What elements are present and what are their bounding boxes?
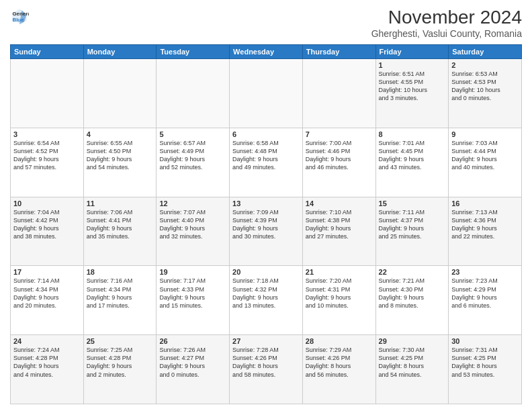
svg-text:General: General [13, 11, 30, 17]
day-number: 23 [451, 268, 519, 276]
day-number: 8 [379, 130, 446, 138]
day-info: Sunrise: 7:07 AM Sunset: 4:40 PM Dayligh… [159, 208, 226, 241]
day-cell-2-5: 15Sunrise: 7:11 AM Sunset: 4:37 PM Dayli… [375, 197, 449, 266]
day-number: 4 [87, 130, 154, 138]
day-number: 21 [306, 268, 373, 276]
day-cell-0-1 [83, 59, 157, 128]
logo-icon: General Blue [10, 7, 29, 26]
day-number: 1 [379, 61, 446, 69]
week-row-3: 10Sunrise: 7:04 AM Sunset: 4:42 PM Dayli… [11, 197, 522, 266]
day-number: 30 [451, 337, 519, 345]
day-number: 26 [159, 337, 226, 345]
title-block: November 2024 Gherghesti, Vaslui County,… [371, 7, 522, 39]
day-number: 7 [306, 130, 373, 138]
day-number: 22 [379, 268, 446, 276]
day-info: Sunrise: 7:21 AM Sunset: 4:30 PM Dayligh… [379, 277, 446, 310]
day-info: Sunrise: 7:06 AM Sunset: 4:41 PM Dayligh… [87, 208, 154, 241]
day-cell-3-5: 22Sunrise: 7:21 AM Sunset: 4:30 PM Dayli… [375, 266, 449, 335]
day-cell-0-5: 1Sunrise: 6:51 AM Sunset: 4:55 PM Daylig… [375, 59, 449, 128]
day-info: Sunrise: 7:17 AM Sunset: 4:33 PM Dayligh… [159, 277, 226, 310]
day-cell-2-3: 13Sunrise: 7:09 AM Sunset: 4:39 PM Dayli… [230, 197, 303, 266]
day-cell-1-4: 7Sunrise: 7:00 AM Sunset: 4:46 PM Daylig… [302, 128, 375, 197]
day-info: Sunrise: 7:04 AM Sunset: 4:42 PM Dayligh… [13, 208, 81, 241]
day-cell-4-6: 30Sunrise: 7:31 AM Sunset: 4:25 PM Dayli… [449, 335, 522, 404]
day-info: Sunrise: 6:54 AM Sunset: 4:52 PM Dayligh… [13, 139, 81, 172]
day-number: 28 [306, 337, 373, 345]
day-number: 16 [451, 199, 519, 208]
day-info: Sunrise: 7:18 AM Sunset: 4:32 PM Dayligh… [232, 277, 300, 310]
day-number: 24 [13, 337, 81, 345]
day-cell-0-2 [157, 59, 230, 128]
day-cell-3-2: 19Sunrise: 7:17 AM Sunset: 4:33 PM Dayli… [157, 266, 230, 335]
day-cell-0-6: 2Sunrise: 6:53 AM Sunset: 4:53 PM Daylig… [449, 59, 522, 128]
day-info: Sunrise: 7:09 AM Sunset: 4:39 PM Dayligh… [232, 208, 300, 241]
page: General Blue November 2024 Gherghesti, V… [0, 0, 532, 411]
day-cell-4-5: 29Sunrise: 7:30 AM Sunset: 4:25 PM Dayli… [375, 335, 449, 404]
svg-text:Blue: Blue [13, 17, 25, 23]
day-info: Sunrise: 7:16 AM Sunset: 4:34 PM Dayligh… [87, 277, 154, 310]
day-info: Sunrise: 7:30 AM Sunset: 4:25 PM Dayligh… [379, 346, 446, 379]
day-cell-2-6: 16Sunrise: 7:13 AM Sunset: 4:36 PM Dayli… [449, 197, 522, 266]
day-number: 9 [451, 130, 519, 138]
day-number: 11 [87, 199, 154, 208]
month-title: November 2024 [371, 7, 522, 28]
day-cell-4-1: 25Sunrise: 7:25 AM Sunset: 4:28 PM Dayli… [83, 335, 157, 404]
logo: General Blue [10, 7, 29, 26]
day-info: Sunrise: 6:58 AM Sunset: 4:48 PM Dayligh… [232, 139, 300, 172]
day-info: Sunrise: 7:24 AM Sunset: 4:28 PM Dayligh… [13, 346, 81, 379]
week-row-1: 1Sunrise: 6:51 AM Sunset: 4:55 PM Daylig… [11, 59, 522, 128]
day-cell-1-0: 3Sunrise: 6:54 AM Sunset: 4:52 PM Daylig… [11, 128, 84, 197]
day-info: Sunrise: 6:53 AM Sunset: 4:53 PM Dayligh… [451, 70, 519, 103]
day-info: Sunrise: 7:25 AM Sunset: 4:28 PM Dayligh… [87, 346, 154, 379]
day-cell-3-4: 21Sunrise: 7:20 AM Sunset: 4:31 PM Dayli… [302, 266, 375, 335]
calendar-table: Sunday Monday Tuesday Wednesday Thursday… [10, 44, 522, 404]
day-cell-1-6: 9Sunrise: 7:03 AM Sunset: 4:44 PM Daylig… [449, 128, 522, 197]
day-number: 19 [159, 268, 226, 276]
day-number: 20 [232, 268, 300, 276]
day-info: Sunrise: 7:23 AM Sunset: 4:29 PM Dayligh… [451, 277, 519, 310]
header-tuesday: Tuesday [157, 45, 230, 59]
day-number: 10 [13, 199, 81, 208]
day-number: 17 [13, 268, 81, 276]
day-info: Sunrise: 7:03 AM Sunset: 4:44 PM Dayligh… [451, 139, 519, 172]
day-info: Sunrise: 6:57 AM Sunset: 4:49 PM Dayligh… [159, 139, 226, 172]
day-info: Sunrise: 7:13 AM Sunset: 4:36 PM Dayligh… [451, 208, 519, 241]
day-number: 27 [232, 337, 300, 345]
day-number: 15 [379, 199, 446, 208]
day-number: 14 [306, 199, 373, 208]
day-cell-4-2: 26Sunrise: 7:26 AM Sunset: 4:27 PM Dayli… [157, 335, 230, 404]
day-info: Sunrise: 7:20 AM Sunset: 4:31 PM Dayligh… [306, 277, 373, 310]
day-cell-0-4 [302, 59, 375, 128]
day-cell-2-4: 14Sunrise: 7:10 AM Sunset: 4:38 PM Dayli… [302, 197, 375, 266]
weekday-header-row: Sunday Monday Tuesday Wednesday Thursday… [11, 45, 522, 59]
location-subtitle: Gherghesti, Vaslui County, Romania [371, 28, 522, 39]
day-cell-2-0: 10Sunrise: 7:04 AM Sunset: 4:42 PM Dayli… [11, 197, 84, 266]
day-info: Sunrise: 7:14 AM Sunset: 4:34 PM Dayligh… [13, 277, 81, 310]
day-cell-1-1: 4Sunrise: 6:55 AM Sunset: 4:50 PM Daylig… [83, 128, 157, 197]
week-row-2: 3Sunrise: 6:54 AM Sunset: 4:52 PM Daylig… [11, 128, 522, 197]
day-cell-1-5: 8Sunrise: 7:01 AM Sunset: 4:45 PM Daylig… [375, 128, 449, 197]
day-cell-4-0: 24Sunrise: 7:24 AM Sunset: 4:28 PM Dayli… [11, 335, 84, 404]
day-cell-2-1: 11Sunrise: 7:06 AM Sunset: 4:41 PM Dayli… [83, 197, 157, 266]
day-info: Sunrise: 6:51 AM Sunset: 4:55 PM Dayligh… [379, 70, 446, 103]
header-wednesday: Wednesday [230, 45, 303, 59]
day-cell-3-1: 18Sunrise: 7:16 AM Sunset: 4:34 PM Dayli… [83, 266, 157, 335]
day-info: Sunrise: 7:28 AM Sunset: 4:26 PM Dayligh… [232, 346, 300, 379]
day-info: Sunrise: 7:01 AM Sunset: 4:45 PM Dayligh… [379, 139, 446, 172]
day-number: 5 [159, 130, 226, 138]
header-monday: Monday [83, 45, 157, 59]
header-friday: Friday [375, 45, 449, 59]
header: General Blue November 2024 Gherghesti, V… [10, 7, 522, 39]
week-row-4: 17Sunrise: 7:14 AM Sunset: 4:34 PM Dayli… [11, 266, 522, 335]
header-thursday: Thursday [302, 45, 375, 59]
day-number: 25 [87, 337, 154, 345]
day-info: Sunrise: 7:11 AM Sunset: 4:37 PM Dayligh… [379, 208, 446, 241]
day-number: 6 [232, 130, 300, 138]
week-row-5: 24Sunrise: 7:24 AM Sunset: 4:28 PM Dayli… [11, 335, 522, 404]
day-cell-3-0: 17Sunrise: 7:14 AM Sunset: 4:34 PM Dayli… [11, 266, 84, 335]
day-cell-2-2: 12Sunrise: 7:07 AM Sunset: 4:40 PM Dayli… [157, 197, 230, 266]
header-sunday: Sunday [11, 45, 84, 59]
day-number: 3 [13, 130, 81, 138]
day-number: 13 [232, 199, 300, 208]
day-cell-3-6: 23Sunrise: 7:23 AM Sunset: 4:29 PM Dayli… [449, 266, 522, 335]
